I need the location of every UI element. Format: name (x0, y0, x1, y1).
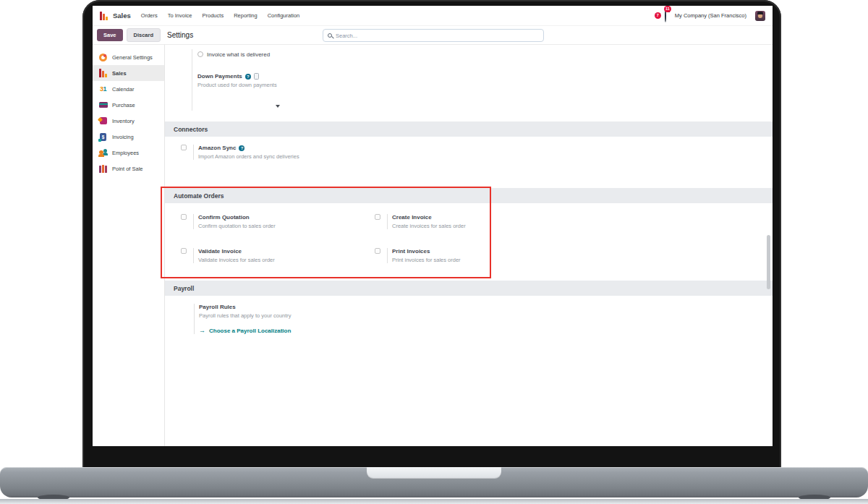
box-icon (98, 116, 108, 126)
settings-sidebar: General Settings Sales 31 Calendar Purch… (93, 45, 165, 446)
calendar-icon: 31 (98, 85, 108, 94)
sidebar-item-inventory[interactable]: Inventory (93, 113, 164, 129)
print-invoices-description: Print invoices for sales order (392, 257, 461, 263)
sidebar-item-label: Invoicing (112, 134, 134, 140)
invoice-delivered-radio[interactable] (197, 51, 203, 57)
invoice-icon: $ (98, 132, 108, 142)
company-menu[interactable]: My Company (San Francisco) (675, 12, 746, 19)
create-invoice-label: Create Invoice (392, 214, 466, 221)
gear-icon (98, 53, 108, 62)
setting-payroll-rules: Payroll Rules Payroll rules that apply t… (194, 304, 292, 334)
vertical-scrollbar-thumb[interactable] (767, 235, 770, 289)
laptop-screen: Sales Orders To Invoice Products Reporti… (93, 6, 773, 446)
search-input[interactable] (336, 33, 539, 39)
nav-item-reporting[interactable]: Reporting (234, 12, 258, 19)
invoicing-policy-block: Invoice what is delivered Down Payments … (192, 49, 280, 111)
payroll-rules-label: Payroll Rules (199, 304, 292, 310)
odoo-sales-app-icon[interactable] (100, 12, 108, 20)
section-header-automate-orders: Automate Orders (165, 188, 773, 203)
sidebar-item-label: General Settings (112, 54, 153, 61)
bar-chart-icon (98, 69, 108, 78)
sidebar-item-purchase[interactable]: Purchase (93, 97, 164, 113)
down-payments-setting: Down Payments ? Product used for down pa… (197, 73, 280, 111)
settings-content: Invoice what is delivered Down Payments … (165, 45, 773, 446)
down-payments-product-select[interactable] (197, 98, 280, 111)
confirm-quotation-description: Confirm quotation to sales order (198, 223, 276, 229)
section-header-connectors: Connectors (165, 121, 773, 137)
help-icon[interactable]: ? (245, 74, 251, 80)
chevron-down-icon (276, 105, 280, 108)
sidebar-item-label: Point of Sale (112, 166, 143, 172)
people-icon (98, 148, 108, 158)
setting-create-invoice: Create Invoice Create invoices for sales… (375, 214, 466, 229)
choose-payroll-localization-link[interactable]: → Choose a Payroll Localization (199, 327, 292, 334)
page-title: Settings (167, 31, 193, 39)
create-invoice-description: Create invoices for sales order (392, 223, 466, 229)
documentation-icon[interactable] (254, 73, 259, 80)
search-icon (328, 33, 332, 38)
sidebar-item-label: Sales (112, 70, 127, 77)
print-invoices-checkbox[interactable] (375, 248, 380, 254)
sidebar-item-calendar[interactable]: 31 Calendar (93, 81, 164, 97)
shop-icon (98, 164, 108, 174)
validate-invoice-label: Validate Invoice (198, 248, 275, 255)
invoice-delivered-label: Invoice what is delivered (207, 51, 270, 58)
sidebar-item-employees[interactable]: Employees (93, 145, 164, 161)
discard-button[interactable]: Discard (127, 28, 161, 42)
arrow-right-icon: → (199, 327, 205, 334)
laptop-deck-shadow (0, 499, 868, 504)
down-payments-description: Product used for down payments (197, 82, 280, 88)
confirm-quotation-checkbox[interactable] (181, 214, 187, 220)
search-box (323, 29, 544, 42)
nav-item-to-invoice[interactable]: To Invoice (168, 12, 192, 19)
sidebar-item-general-settings[interactable]: General Settings (93, 49, 164, 65)
laptop-lid-notch (367, 467, 501, 479)
amazon-sync-checkbox[interactable] (181, 145, 187, 150)
section-header-payroll: Payroll (165, 281, 773, 296)
credit-card-icon (98, 101, 108, 110)
print-invoices-label: Print Invoices (392, 248, 461, 255)
sidebar-item-point-of-sale[interactable]: Point of Sale (93, 161, 164, 176)
sidebar-item-sales[interactable]: Sales (93, 65, 164, 81)
amazon-sync-label: Amazon Sync ? (198, 145, 299, 151)
sidebar-item-label: Purchase (112, 102, 135, 108)
setting-confirm-quotation: Confirm Quotation Confirm quotation to s… (181, 214, 276, 229)
nav-item-orders[interactable]: Orders (141, 12, 158, 19)
setting-validate-invoice: Validate Invoice Validate invoices for s… (181, 248, 275, 263)
activities-badge: 11 (664, 6, 671, 12)
help-icon[interactable]: ? (239, 145, 244, 151)
sidebar-item-label: Inventory (112, 118, 135, 124)
nav-item-configuration[interactable]: Configuration (268, 12, 300, 19)
amazon-sync-description: Import Amazon orders and sync deliveries (198, 153, 299, 160)
nav-item-products[interactable]: Products (203, 12, 224, 19)
create-invoice-checkbox[interactable] (375, 214, 380, 220)
nav-right-group: 7 11 My Company (San Francisco) (656, 9, 765, 22)
control-bar: Save Discard Settings (93, 26, 773, 45)
messages-badge: 7 (655, 12, 661, 19)
sidebar-item-invoicing[interactable]: $ Invoicing (93, 129, 164, 145)
confirm-quotation-label: Confirm Quotation (198, 214, 276, 221)
sidebar-item-label: Employees (112, 150, 139, 156)
payroll-rules-description: Payroll rules that apply to your country (199, 312, 292, 319)
validate-invoice-checkbox[interactable] (181, 248, 187, 254)
activities-button[interactable]: 11 (665, 9, 666, 22)
user-avatar[interactable] (755, 11, 765, 21)
setting-print-invoices: Print Invoices Print invoices for sales … (375, 248, 461, 263)
top-nav: Sales Orders To Invoice Products Reporti… (93, 6, 773, 26)
invoice-delivered-row: Invoice what is delivered (197, 49, 280, 59)
sidebar-item-label: Calendar (112, 86, 134, 93)
down-payments-label: Down Payments ? (197, 73, 280, 80)
setting-amazon-sync: Amazon Sync ? Import Amazon orders and s… (181, 145, 299, 160)
validate-invoice-description: Validate invoices for sales order (198, 257, 275, 263)
app-name[interactable]: Sales (113, 12, 131, 20)
save-button[interactable]: Save (97, 29, 123, 41)
